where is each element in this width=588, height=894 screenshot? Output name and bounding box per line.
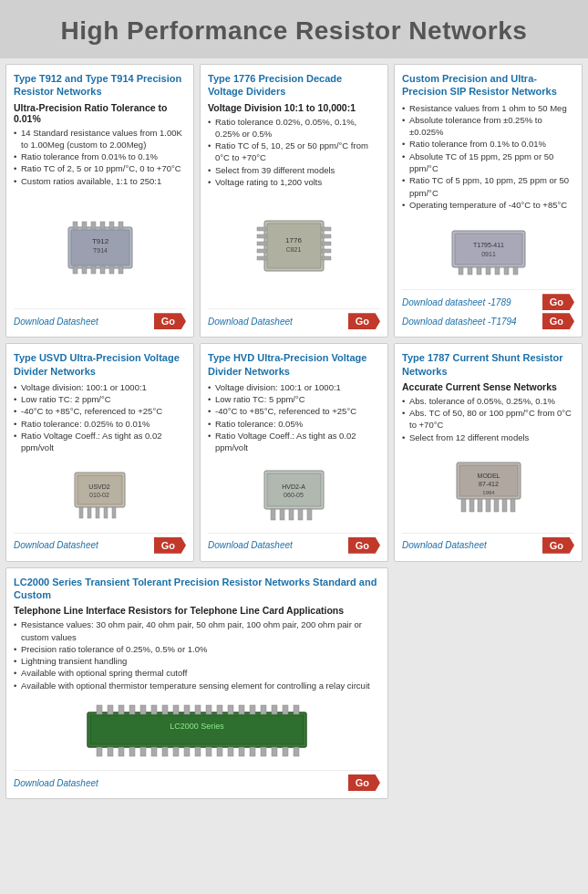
card-usvd-image: USVD2 010-02 — [14, 462, 186, 525]
svg-rect-42 — [77, 475, 122, 504]
card-hvd-bullets: Voltage division: 100:1 or 1000:1 Low ra… — [208, 381, 380, 454]
svg-text:HVD2-A: HVD2-A — [282, 483, 305, 490]
card-sip-bullets: Resistance values from 1 ohm to 50 Meg A… — [402, 102, 574, 212]
bullet: Custom ratios available, 1:1 to 250:1 — [14, 175, 186, 187]
svg-rect-9 — [82, 266, 87, 274]
download-label-hvd: Download Datasheet — [208, 540, 293, 550]
svg-rect-92 — [97, 747, 102, 756]
svg-rect-107 — [261, 747, 266, 756]
svg-rect-44 — [88, 507, 91, 518]
chip-svg-1776: 1776 C821 — [255, 216, 333, 280]
chip-svg-usvd: USVD2 010-02 — [57, 463, 143, 523]
svg-rect-63 — [478, 499, 482, 512]
svg-rect-96 — [140, 747, 146, 756]
card-hvd-image: HVD2-A 060-05 — [208, 462, 380, 525]
bullet: Select from 39 different models — [208, 164, 380, 176]
svg-rect-5 — [100, 222, 105, 229]
svg-rect-75 — [119, 705, 124, 714]
card-1776-subtitle: Voltage Division 10:1 to 10,000:1 — [208, 102, 380, 113]
card-hvd-title: Type HVD Ultra-Precision Voltage Divider… — [208, 351, 380, 378]
svg-text:T1795-411: T1795-411 — [473, 242, 504, 248]
card-1776: Type 1776 Precision Decade Voltage Divid… — [200, 64, 388, 338]
bullet: Resistance values: 30 ohm pair, 40 ohm p… — [14, 619, 380, 643]
svg-rect-100 — [184, 747, 190, 756]
svg-rect-51 — [267, 473, 321, 506]
svg-rect-35 — [486, 267, 490, 275]
svg-rect-13 — [119, 266, 123, 274]
card-usvd-bullets: Voltage division: 100:1 or 1000:1 Low ra… — [14, 381, 186, 454]
card-1787-title: Type 1787 Current Shunt Resistor Network… — [402, 351, 574, 378]
bullet: Ratio Voltage Coeff.: As tight as 0.02 p… — [208, 430, 380, 454]
svg-rect-103 — [217, 747, 222, 756]
page-title: High Performance Resistor Networks — [9, 16, 579, 46]
go-button-hvd[interactable]: Go — [348, 537, 380, 554]
go-button-sip-1789[interactable]: Go — [542, 294, 574, 310]
svg-rect-80 — [173, 705, 179, 714]
bullet: Operating temperature of -40°C to +85°C — [402, 199, 574, 211]
svg-rect-102 — [206, 747, 211, 756]
bullet: Voltage division: 100:1 or 1000:1 — [208, 381, 380, 393]
svg-rect-109 — [283, 747, 288, 756]
card-1776-bullets: Ratio tolerance 0.02%, 0.05%, 0.1%, 0.25… — [208, 116, 380, 189]
svg-rect-31 — [455, 234, 522, 265]
go-button-sip-t1794[interactable]: Go — [542, 313, 574, 329]
svg-rect-66 — [502, 499, 507, 512]
card-t912-t914: Type T912 and Type T914 Precision Resist… — [5, 64, 194, 338]
svg-rect-19 — [257, 234, 266, 238]
go-button-1787[interactable]: Go — [542, 537, 574, 554]
card-custom-sip: Custom Precision and Ultra-Precision SIP… — [394, 64, 583, 338]
go-button-t912[interactable]: Go — [154, 313, 186, 329]
bullet: Ratio Voltage Coeff.: As tight as 0.02 p… — [14, 430, 186, 454]
svg-rect-6 — [109, 222, 114, 229]
card-1787-bullets: Abs. tolerance of 0.05%, 0.25%, 0.1% Abs… — [402, 395, 574, 443]
go-button-lc2000[interactable]: Go — [348, 774, 380, 791]
svg-rect-62 — [469, 499, 474, 512]
download-label-1789: Download datasheet -1789 — [402, 297, 511, 307]
go-button-usvd[interactable]: Go — [154, 537, 186, 554]
svg-rect-45 — [96, 507, 99, 518]
svg-rect-79 — [162, 705, 168, 714]
svg-rect-108 — [272, 747, 277, 756]
svg-rect-56 — [307, 509, 312, 520]
card-hvd-footer: Download Datasheet Go — [208, 533, 380, 554]
svg-rect-89 — [272, 705, 277, 714]
go-button-1776[interactable]: Go — [348, 313, 380, 329]
svg-rect-64 — [486, 499, 490, 512]
svg-rect-104 — [228, 747, 233, 756]
card-1787-image: MODEL 87-412 1994 — [402, 451, 574, 525]
svg-rect-8 — [73, 266, 77, 274]
bullet: Precision ratio tolerance of 0.25%, 0.5%… — [14, 643, 380, 655]
card-1787: Type 1787 Current Shunt Resistor Network… — [394, 343, 583, 561]
page-header: High Performance Resistor Networks — [0, 0, 588, 58]
svg-rect-52 — [271, 509, 275, 520]
card-t912-image: T912 T914 — [14, 194, 186, 301]
card-usvd: Type USVD Ultra-Precision Voltage Divide… — [5, 343, 194, 561]
footer-row-2: Download datasheet -T1794 Go — [402, 313, 574, 329]
svg-rect-65 — [494, 499, 499, 512]
chip-svg: T912 T914 — [55, 218, 146, 277]
svg-rect-12 — [109, 266, 114, 274]
bullet: Ratio TC of 5, 10, 25 or 50 ppm/°C from … — [208, 140, 380, 164]
svg-text:LC2000 Series: LC2000 Series — [170, 722, 224, 731]
card-lc2000-image: LC2000 Series — [14, 699, 380, 763]
chip-svg-hvd: HVD2-A 060-05 — [251, 463, 337, 523]
svg-rect-93 — [108, 747, 113, 756]
svg-rect-38 — [513, 267, 518, 275]
chip-svg-1787: MODEL 87-412 1994 — [448, 458, 530, 517]
svg-rect-33 — [468, 267, 472, 275]
svg-rect-23 — [322, 227, 331, 231]
bullet: Ratio tolerance from 0.01% to 0.1% — [14, 151, 186, 162]
footer-row-1: Download datasheet -1789 Go — [402, 294, 574, 310]
svg-text:0911: 0911 — [481, 251, 496, 257]
svg-text:060-05: 060-05 — [284, 492, 304, 498]
bullet: Ratio tolerance from 0.1% to 0.01% — [402, 138, 574, 150]
cards-grid: Type T912 and Type T914 Precision Resist… — [0, 58, 588, 805]
svg-rect-106 — [250, 747, 255, 756]
svg-rect-82 — [195, 705, 201, 714]
card-1776-footer: Download Datasheet Go — [208, 308, 380, 329]
svg-rect-34 — [477, 267, 481, 275]
card-usvd-footer: Download Datasheet Go — [14, 533, 186, 554]
card-t912-footer: Download Datasheet Go — [14, 308, 186, 329]
svg-rect-53 — [280, 509, 284, 520]
svg-rect-105 — [239, 747, 244, 756]
